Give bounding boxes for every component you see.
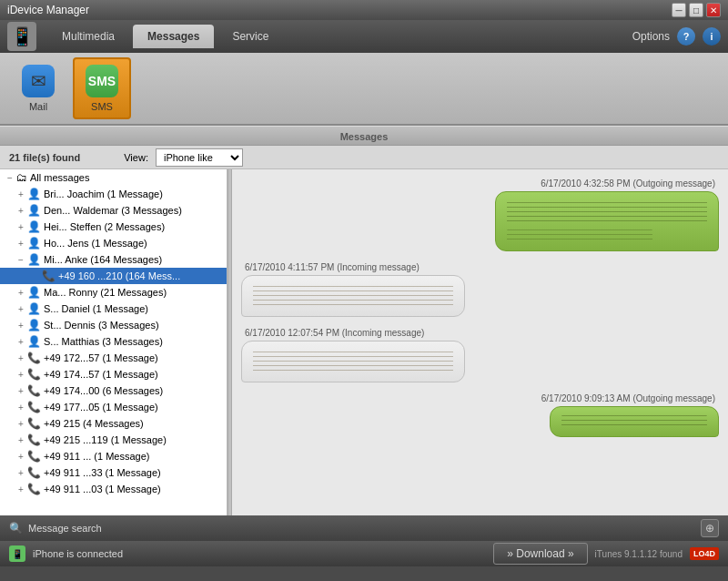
search-expand-button[interactable]: ⊕ (701, 519, 719, 537)
tree-item-num911b[interactable]: + 📞 +49 911 ...33 (1 Message) (0, 464, 227, 481)
maximize-button[interactable]: □ (689, 3, 703, 17)
tree-toggle-waldemar[interactable]: + (15, 206, 27, 216)
message-3-header: 6/17/2010 12:07:54 PM (Incoming message) (241, 328, 428, 338)
split-pane: − 🗂 All messages + 👤 Bri... Joachim (1 M… (0, 169, 728, 515)
tree-item-anke[interactable]: − 👤 Mi... Anke (164 Messages) (0, 251, 227, 268)
tree-item-anke-number[interactable]: 📞 +49 160 ...210 (164 Mess... (0, 268, 227, 284)
message-2-content (253, 283, 453, 309)
sms-icon: SMS (86, 65, 118, 97)
tree-toggle-num911a[interactable]: + (15, 452, 27, 462)
tree-item-jens[interactable]: + 👤 Ho... Jens (1 Message) (0, 235, 227, 251)
files-found: 21 file(s) found (9, 152, 80, 163)
close-button[interactable]: ✕ (706, 3, 721, 17)
tree-toggle-num911c[interactable]: + (15, 484, 27, 494)
tree-item-num215b[interactable]: + 📞 +49 215 ...119 (1 Message) (0, 432, 227, 448)
tree-toggle-dennis[interactable]: + (15, 321, 27, 331)
search-bar[interactable]: 🔍 Message search ⊕ (0, 515, 728, 541)
tree-item-num911c[interactable]: + 📞 +49 911 ...03 (1 Message) (0, 481, 227, 497)
mail-icon: ✉ (22, 65, 55, 97)
phone-icon-174a: 📞 (27, 368, 41, 381)
sub-toolbar: ✉ Mail SMS SMS (0, 53, 728, 126)
mail-button[interactable]: ✉ Mail (11, 59, 66, 117)
tree-label-joachim: Bri... Joachim (1 Message) (44, 189, 223, 199)
message-pane: 6/17/2010 4:32:58 PM (Outgoing message) … (232, 169, 728, 515)
tree-toggle-joachim[interactable]: + (15, 189, 27, 199)
message-3-bubble (241, 341, 465, 382)
tree-item-matthias[interactable]: + 👤 S... Matthias (3 Messages) (0, 333, 227, 350)
tree-label-num177: +49 177...05 (1 Message) (44, 402, 223, 413)
person-icon-daniel: 👤 (27, 302, 41, 315)
tree-toggle-num172[interactable]: + (15, 353, 27, 363)
view-select[interactable]: iPhone like List view Detailed view (156, 148, 243, 167)
minimize-button[interactable]: ─ (672, 3, 686, 17)
tree-label-anke: Mi... Anke (164 Messages) (44, 254, 223, 265)
sms-button[interactable]: SMS SMS (73, 57, 131, 119)
tree-toggle-anke[interactable]: − (15, 255, 27, 265)
tree-label-anke-num: +49 160 ...210 (164 Mess... (58, 270, 223, 281)
sms-label: SMS (91, 101, 113, 112)
tree-toggle-steffen[interactable]: + (15, 222, 27, 232)
status-bar: 📱 iPhone is connected » Download » iTune… (0, 541, 728, 566)
tree-item-num911a[interactable]: + 📞 +49 911 ... (1 Message) (0, 448, 227, 464)
message-4-header: 6/17/2010 9:09:13 AM (Outgoing message) (538, 393, 719, 403)
tree-toggle-num215b[interactable]: + (15, 435, 27, 445)
phone-icon-172: 📞 (27, 352, 41, 364)
tree-item-num215a[interactable]: + 📞 +49 215 (4 Messages) (0, 415, 227, 432)
tree-label-num911c: +49 911 ...03 (1 Message) (44, 484, 223, 494)
tree-label-jens: Ho... Jens (1 Message) (44, 238, 223, 249)
mail-label: Mail (29, 101, 47, 112)
person-icon-matthias: 👤 (27, 335, 41, 348)
tree-item-dennis[interactable]: + 👤 St... Dennis (3 Messages) (0, 317, 227, 333)
tab-messages[interactable]: Messages (133, 25, 214, 48)
message-2-header: 6/17/2010 4:11:57 PM (Incoming message) (241, 262, 423, 272)
person-icon-waldemar: 👤 (27, 204, 41, 217)
tree-label-num215a: +49 215 (4 Messages) (44, 418, 223, 429)
info-button[interactable]: i (703, 27, 721, 46)
phone-icon-911c: 📞 (27, 483, 41, 495)
message-1-content (507, 199, 707, 225)
tree-toggle-matthias[interactable]: + (15, 337, 27, 347)
tree-toggle-jens[interactable]: + (15, 239, 27, 249)
help-button[interactable]: ? (677, 27, 695, 46)
tree-item-waldemar[interactable]: + 👤 Den... Waldemar (3 Messages) (0, 202, 227, 219)
section-label-bar: Messages (0, 126, 728, 146)
connected-text: iPhone is connected (33, 548, 123, 559)
person-icon-steffen: 👤 (27, 220, 41, 233)
app-title: iDevice Manager (7, 4, 89, 16)
message-1-header: 6/17/2010 4:32:58 PM (Outgoing message) (537, 178, 719, 189)
toolbar-right: Options ? i (632, 27, 721, 46)
tree-item-joachim[interactable]: + 👤 Bri... Joachim (1 Message) (0, 186, 227, 202)
message-4: 6/17/2010 9:09:13 AM (Outgoing message) (241, 393, 719, 437)
download-button[interactable]: » Download » (493, 543, 587, 565)
phone-icon-215a: 📞 (27, 417, 41, 430)
tree-item-num177[interactable]: + 📞 +49 177...05 (1 Message) (0, 399, 227, 415)
tree-item-ronny[interactable]: + 👤 Ma... Ronny (21 Messages) (0, 284, 227, 301)
tree-toggle-all[interactable]: − (4, 173, 16, 183)
tree-item-num174b[interactable]: + 📞 +49 174...00 (6 Messages) (0, 382, 227, 399)
options-label[interactable]: Options (632, 30, 670, 43)
title-bar: iDevice Manager ─ □ ✕ (0, 0, 728, 20)
message-1-bubble (495, 191, 719, 251)
tree-toggle-num177[interactable]: + (15, 403, 27, 413)
tree-toggle-num174a[interactable]: + (15, 370, 27, 380)
tree-toggle-num215a[interactable]: + (15, 419, 27, 429)
window-controls: ─ □ ✕ (672, 3, 721, 17)
tab-service[interactable]: Service (217, 25, 283, 48)
tree-item-num174a[interactable]: + 📞 +49 174...57 (1 Message) (0, 366, 227, 382)
tree-item-steffen[interactable]: + 👤 Hei... Steffen (2 Messages) (0, 219, 227, 235)
tree-item-daniel[interactable]: + 👤 S... Daniel (1 Message) (0, 301, 227, 317)
tree-toggle-ronny[interactable]: + (15, 288, 27, 298)
connected-icon: 📱 (9, 545, 25, 562)
tree-item-num172[interactable]: + 📞 +49 172...57 (1 Message) (0, 350, 227, 366)
person-icon-anke: 👤 (27, 253, 41, 266)
phone-icon-911b: 📞 (27, 466, 41, 479)
message-1-content-2 (507, 229, 652, 243)
tree-item-all[interactable]: − 🗂 All messages (0, 169, 227, 186)
phone-icon-177: 📞 (27, 401, 41, 413)
tab-multimedia[interactable]: Multimedia (47, 25, 129, 48)
tree-toggle-daniel[interactable]: + (15, 304, 27, 314)
tree-label-num174b: +49 174...00 (6 Messages) (44, 385, 223, 396)
tree-toggle-num174b[interactable]: + (15, 386, 27, 396)
tree-toggle-num911b[interactable]: + (15, 468, 27, 478)
tree-label-steffen: Hei... Steffen (2 Messages) (44, 221, 223, 232)
